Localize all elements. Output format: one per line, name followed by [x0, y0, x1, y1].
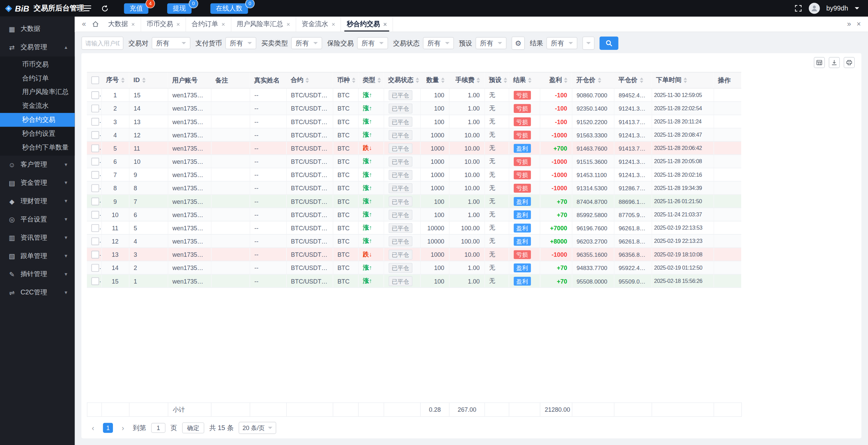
sidebar-subitem-合约订单[interactable]: 合约订单: [0, 72, 75, 85]
summary-cell-close: [614, 403, 652, 417]
column-header-status[interactable]: 交易状态: [383, 72, 420, 88]
status-badge: 已平仓: [388, 183, 412, 193]
row-checkbox[interactable]: [91, 157, 99, 165]
cell-time: 2025-11-28 20:08:47: [652, 128, 714, 141]
column-header-preset[interactable]: 预设: [485, 72, 509, 88]
next-page-icon[interactable]: ›: [118, 423, 128, 433]
settings-gear-icon[interactable]: ⚙: [512, 37, 525, 50]
column-header-contract[interactable]: 合约: [286, 72, 333, 88]
row-checkbox[interactable]: [91, 171, 99, 179]
sidebar-item-理财管理[interactable]: ◆理财管理▼: [0, 192, 75, 210]
chevron-down-icon[interactable]: [855, 7, 859, 12]
column-header-coin[interactable]: 币种: [333, 72, 358, 88]
select-all-checkbox[interactable]: [91, 76, 99, 84]
column-header-type[interactable]: 类型: [358, 72, 383, 88]
tab-币币交易[interactable]: 币币交易×: [141, 17, 186, 32]
username[interactable]: by99dh: [826, 4, 848, 12]
goto-page-input[interactable]: [151, 423, 165, 433]
row-checkbox[interactable]: [91, 277, 99, 285]
page-size-select[interactable]: 20 条/页: [239, 422, 277, 434]
close-icon[interactable]: ×: [383, 21, 387, 27]
sidebar-item-C2C管理[interactable]: ⇌C2C管理▼: [0, 284, 75, 302]
row-checkbox[interactable]: [91, 118, 99, 125]
column-settings-icon[interactable]: [814, 57, 825, 68]
column-header-profit[interactable]: 盈利: [540, 72, 572, 88]
sidebar-item-平台设置[interactable]: ◎平台设置▼: [0, 210, 75, 229]
sidebar-item-插针管理[interactable]: ✎插针管理▼: [0, 265, 75, 284]
row-checkbox[interactable]: [91, 211, 99, 218]
column-header-qty[interactable]: 数量: [420, 72, 449, 88]
user-id-input[interactable]: [81, 37, 123, 50]
search-dropdown-button[interactable]: [583, 37, 595, 50]
goto-confirm-button[interactable]: 确定: [182, 422, 204, 433]
column-header-id[interactable]: ID: [129, 72, 167, 88]
menu-toggle-icon[interactable]: [84, 5, 92, 12]
row-checkbox[interactable]: [91, 184, 99, 192]
sidebar-item-交易管理[interactable]: ⇄交易管理▲: [0, 38, 75, 57]
topbar-button-充值[interactable]: 充值4: [124, 3, 149, 14]
tab-合约订单[interactable]: 合约订单×: [186, 17, 231, 32]
sidebar-subitem-币币交易[interactable]: 币币交易: [0, 58, 75, 72]
column-header-time[interactable]: 下单时间: [652, 72, 714, 88]
tab-大数据[interactable]: 大数据×: [102, 17, 141, 32]
column-header-no[interactable]: 序号: [101, 72, 129, 88]
close-icon[interactable]: ×: [287, 21, 290, 27]
sidebar-subitem-秒合约交易[interactable]: 秒合约交易: [0, 113, 75, 127]
column-header-result[interactable]: 结果: [509, 72, 539, 88]
search-button[interactable]: [599, 37, 618, 50]
avatar[interactable]: [809, 3, 820, 14]
row-checkbox[interactable]: [91, 251, 99, 258]
tab-资金流水[interactable]: 资金流水×: [296, 17, 341, 32]
close-icon[interactable]: ×: [332, 21, 335, 27]
close-tab-icon[interactable]: ×: [854, 20, 864, 28]
filter-selects: 交易对所有支付货币所有买卖类型所有保险交易所有交易状态所有预设所有⚙结果所有: [129, 37, 577, 50]
column-header-fee[interactable]: 手续费: [449, 72, 484, 88]
topbar-button-提现[interactable]: 提现0: [167, 3, 192, 14]
cell-id: 11: [129, 141, 167, 155]
filter-select-预设[interactable]: 所有: [475, 37, 506, 49]
sidebar-item-资讯管理[interactable]: ▥资讯管理▼: [0, 229, 75, 247]
cell-profit: +8000: [540, 234, 572, 248]
sidebar-item-资金管理[interactable]: ▤资金管理▼: [0, 174, 75, 192]
row-checkbox[interactable]: [91, 237, 99, 245]
row-checkbox[interactable]: [91, 104, 99, 112]
filter-select-交易对[interactable]: 所有: [152, 37, 190, 49]
sidebar-subitem-用户风险率汇总[interactable]: 用户风险率汇总: [0, 85, 75, 99]
close-icon[interactable]: ×: [131, 21, 135, 27]
tab-秒合约交易[interactable]: 秒合约交易×: [341, 17, 393, 32]
filter-select-结果[interactable]: 所有: [546, 37, 577, 49]
tab-用户风险率汇总[interactable]: 用户风险率汇总×: [231, 17, 296, 32]
sidebar-subitem-秒合约设置[interactable]: 秒合约设置: [0, 127, 75, 141]
filter-select-支付货币[interactable]: 所有: [225, 37, 256, 49]
row-checkbox[interactable]: [91, 91, 99, 99]
current-page-button[interactable]: 1: [103, 423, 113, 433]
column-header-close[interactable]: 平仓价: [614, 72, 652, 88]
filter-select-买卖类型[interactable]: 所有: [291, 37, 322, 49]
row-checkbox[interactable]: [91, 197, 99, 205]
table-row: 79wen1735031...--BTC/USDT-30SBTC涨↑已平仓100…: [87, 168, 741, 181]
fullscreen-icon[interactable]: [794, 4, 802, 12]
home-icon[interactable]: [89, 20, 103, 27]
row-checkbox[interactable]: [91, 264, 99, 272]
row-checkbox[interactable]: [91, 144, 99, 152]
topbar-button-在线人数[interactable]: 在线人数0: [210, 3, 248, 14]
scroll-tabs-right-icon[interactable]: »: [844, 20, 854, 28]
sidebar-subitem-秒合约下单数量[interactable]: 秒合约下单数量: [0, 141, 75, 155]
prev-page-icon[interactable]: ‹: [88, 423, 98, 433]
close-icon[interactable]: ×: [221, 21, 225, 27]
close-icon[interactable]: ×: [176, 21, 180, 27]
column-header-open[interactable]: 开仓价: [572, 72, 614, 88]
refresh-icon[interactable]: [101, 5, 108, 12]
print-icon[interactable]: [844, 57, 855, 68]
filter-select-交易状态[interactable]: 所有: [423, 37, 454, 49]
export-icon[interactable]: [829, 57, 840, 68]
sidebar-item-大数据[interactable]: ▦大数据: [0, 20, 75, 38]
sidebar-item-客户管理[interactable]: ☺客户管理▼: [0, 156, 75, 174]
row-checkbox[interactable]: [91, 224, 99, 232]
sidebar-subitem-资金流水[interactable]: 资金流水: [0, 99, 75, 113]
scroll-tabs-left-icon[interactable]: «: [79, 20, 88, 28]
sidebar-item-跟单管理[interactable]: ▧跟单管理▼: [0, 247, 75, 265]
filter-select-保险交易[interactable]: 所有: [357, 37, 388, 49]
row-checkbox[interactable]: [91, 131, 99, 139]
cell-op: [714, 261, 742, 274]
